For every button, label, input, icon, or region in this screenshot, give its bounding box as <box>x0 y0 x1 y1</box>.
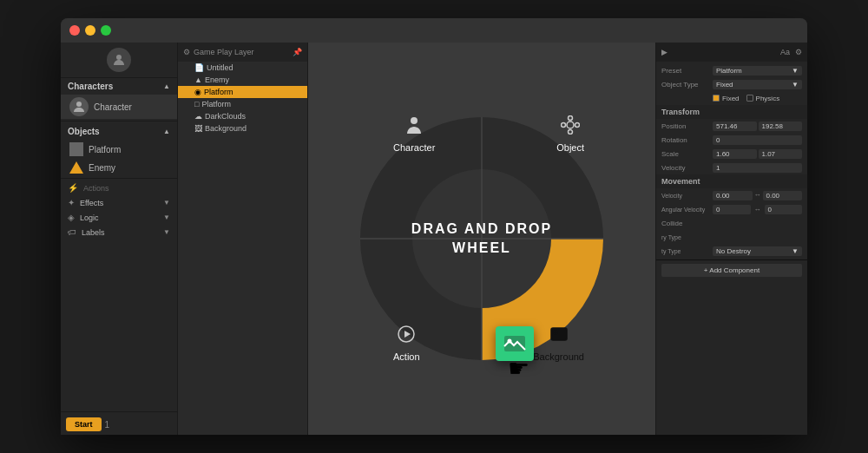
velocity-row: Velocity 1 <box>656 161 807 174</box>
objects-header: Objects ▲ <box>61 123 177 140</box>
angular-val2[interactable]: 0 <box>765 205 803 214</box>
page-number: 1 <box>105 420 110 430</box>
collide-type-row: ry Type <box>656 230 807 244</box>
main-viewport: DRAG AND DROP WHEEL Character <box>308 43 655 435</box>
svg-point-5 <box>411 117 418 124</box>
destroy-dropdown[interactable]: No Destroy ▼ <box>713 246 802 256</box>
position-y[interactable]: 192.58 <box>759 121 803 131</box>
preset-row: Preset Platform ▼ <box>656 63 807 77</box>
enemy-icon <box>69 161 83 174</box>
close-button[interactable] <box>69 25 80 36</box>
effects-item[interactable]: ✦ Effects ▼ <box>61 195 177 210</box>
tree-item-untitled[interactable]: 📄 Untitled <box>178 62 307 74</box>
drag-icon-overlay: ☛ <box>496 326 534 383</box>
right-panel-toolbar: ▶ Aa ⚙ <box>656 43 807 62</box>
character-item[interactable]: Character <box>61 95 177 119</box>
physics-checkbox[interactable] <box>746 95 753 102</box>
fixed-checkbox[interactable] <box>713 95 720 102</box>
quad-action-label: Action <box>393 325 420 362</box>
app-body: Characters ▲ Character Objects ▲ <box>61 43 807 435</box>
settings-icon[interactable]: ⚙ <box>795 48 802 56</box>
logic-item[interactable]: ◈ Logic ▼ <box>61 210 177 225</box>
wheel-container: DRAG AND DROP WHEEL Character <box>334 91 629 386</box>
tree-item-darkclouds[interactable]: ☁ DarkClouds <box>178 110 307 122</box>
svg-point-1 <box>76 102 82 107</box>
labels-item[interactable]: 🏷 Labels ▼ <box>61 225 177 240</box>
object-wheel-icon <box>561 115 580 139</box>
quad-background-label: Background <box>533 325 584 362</box>
start-button[interactable]: Start <box>66 417 102 431</box>
svg-point-14 <box>554 331 557 334</box>
app-window: Characters ▲ Character Objects ▲ <box>61 18 807 435</box>
hand-cursor-icon: ☛ <box>508 354 529 383</box>
tree-item-enemy[interactable]: ▲ Enemy <box>178 74 307 86</box>
scale-pair: 1.60 1.07 <box>713 149 802 159</box>
vel-x2[interactable]: 0.00 <box>763 191 803 200</box>
platform-icon <box>69 142 83 156</box>
svg-point-6 <box>567 121 574 128</box>
svg-point-0 <box>116 55 122 60</box>
scale-row: Scale 1.60 1.07 <box>656 147 807 161</box>
vel-pair: 0.00 ↔ 0.00 <box>713 191 802 200</box>
position-x[interactable]: 571.46 <box>713 121 757 131</box>
vel-row: Velocity 0.00 ↔ 0.00 <box>656 188 807 202</box>
rotation-value[interactable]: 0 <box>713 135 802 145</box>
angular-val[interactable]: 0 <box>713 205 751 214</box>
movement-header: Movement <box>656 174 807 188</box>
object-type-dropdown[interactable]: Fixed ▼ <box>713 80 802 89</box>
preset-dropdown[interactable]: Platform ▼ <box>713 66 802 76</box>
tree-item-background[interactable]: 🖼 Background <box>178 122 307 135</box>
maximize-button[interactable] <box>101 25 111 36</box>
vel-x1[interactable]: 0.00 <box>713 191 753 200</box>
font-icon[interactable]: Aa <box>780 48 790 56</box>
characters-header: Characters ▲ <box>61 78 177 95</box>
physics-checkbox-row: Physics <box>746 95 780 102</box>
drag-drop-wheel-overlay[interactable]: DRAG AND DROP WHEEL Character <box>308 43 655 435</box>
minimize-button[interactable] <box>85 25 95 36</box>
position-row: Position 571.46 192.58 <box>656 119 807 133</box>
velocity-value[interactable]: 1 <box>713 163 802 173</box>
left-panel: Characters ▲ Character Objects ▲ <box>61 43 178 435</box>
action-wheel-icon <box>397 325 416 348</box>
fixed-checkbox-row: Fixed <box>713 95 740 102</box>
quad-character-label: Character <box>393 115 435 153</box>
scene-tree-panel: ⚙ Game Play Layer 📌 📄 Untitled ▲ Enemy ◉… <box>178 43 308 435</box>
svg-point-8 <box>569 130 573 135</box>
enemy-item[interactable]: Enemy <box>61 159 177 176</box>
platform-item[interactable]: Platform <box>61 140 177 159</box>
object-type-row: Object Type Fixed ▼ <box>656 77 807 91</box>
rotation-row: Rotation 0 <box>656 133 807 147</box>
left-panel-bottom: Start 1 <box>61 410 177 435</box>
add-component-button[interactable]: + Add Component <box>661 264 802 277</box>
destroy-type-row: ty Type No Destroy ▼ <box>656 244 807 258</box>
play-icon[interactable]: ▶ <box>661 48 667 56</box>
svg-point-9 <box>562 123 566 128</box>
right-panel: ▶ Aa ⚙ Preset Platform ▼ Object Type Fix… <box>655 43 807 435</box>
tree-item-platform[interactable]: □ Platform <box>178 98 307 110</box>
wheel-svg <box>334 91 629 386</box>
title-bar <box>61 18 807 43</box>
actions-item[interactable]: ⚡ Actions <box>61 181 177 195</box>
transform-header: Transform <box>656 105 807 119</box>
svg-marker-12 <box>404 331 411 338</box>
background-wheel-icon <box>549 325 569 348</box>
svg-point-16 <box>508 339 512 344</box>
tree-item-platform-active[interactable]: ◉ Platform <box>178 86 307 98</box>
scene-tree-header: ⚙ Game Play Layer 📌 <box>178 43 307 62</box>
scale-y[interactable]: 1.07 <box>759 149 803 159</box>
character-wheel-icon <box>404 115 424 139</box>
svg-point-7 <box>569 116 573 121</box>
quad-object-label: Object <box>556 115 584 153</box>
position-pair: 571.46 192.58 <box>713 121 802 131</box>
collide-row: Collide <box>656 216 807 230</box>
svg-point-10 <box>575 123 580 128</box>
physics-checkboxes-row: Fixed Physics <box>656 91 807 105</box>
angular-vel-row: Angular Velocity 0 ↔ 0 <box>656 202 807 216</box>
scale-x[interactable]: 1.60 <box>713 149 757 159</box>
character-avatar <box>69 97 89 116</box>
